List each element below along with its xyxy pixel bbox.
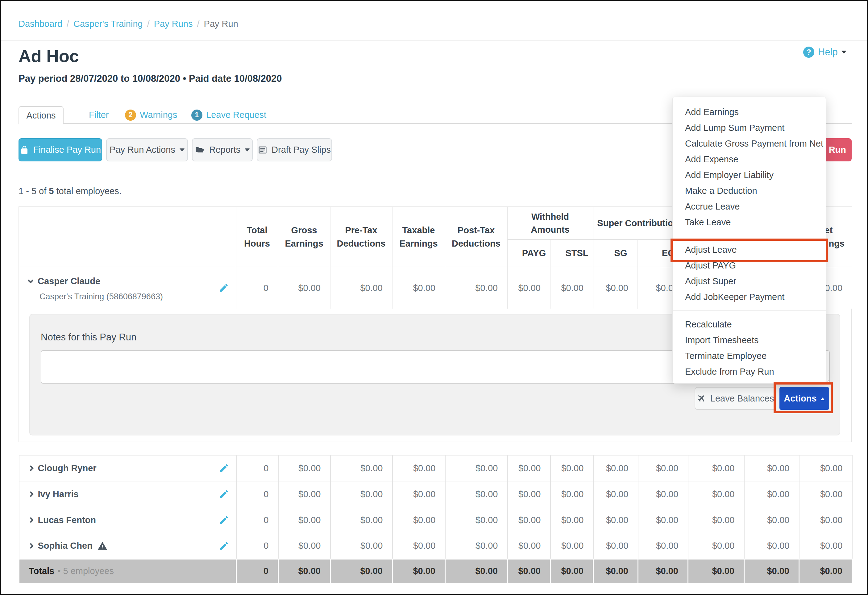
breadcrumb: Dashboard / Casper's Training / Pay Runs… — [19, 19, 238, 29]
breadcrumb-dashboard[interactable]: Dashboard — [19, 19, 62, 29]
cell-payg: $0.00 — [508, 533, 551, 559]
header-taxable-earnings: Taxable Earnings — [392, 207, 445, 267]
menu-item-import-timesheets[interactable]: Import Timesheets — [673, 332, 826, 348]
tab-leave-request[interactable]: 1 Leave Request — [191, 106, 266, 124]
leave-balances-button[interactable]: Leave Balances — [695, 387, 776, 410]
cell-gross-earnings: $0.00 — [278, 533, 331, 559]
menu-divider — [673, 310, 826, 311]
cell-total-hours: 0 — [236, 507, 278, 533]
menu-item-add-earnings[interactable]: Add Earnings — [673, 104, 826, 120]
header-total-hours: Total Hours — [236, 207, 278, 267]
header-post-tax-deductions: Post-Tax Deductions — [445, 207, 507, 267]
cell-net-earnings: $0.00 — [799, 455, 852, 481]
cell-hidden-col-1: $0.00 — [688, 533, 744, 559]
chevron-right-icon[interactable] — [28, 491, 34, 497]
cell-ec: $0.00 — [638, 455, 688, 481]
totals-payg: $0.00 — [508, 559, 551, 583]
employee-count-summary: 1 - 5 of 5 total employees. — [19, 186, 122, 196]
header-divider — [1, 40, 867, 41]
breadcrumb-current: Pay Run — [204, 19, 238, 29]
chevron-right-icon[interactable] — [28, 543, 34, 549]
totals-sg: $0.00 — [593, 559, 638, 583]
employee-name[interactable]: Ivy Harris — [38, 489, 79, 499]
chevron-down-icon[interactable] — [28, 278, 34, 283]
menu-item-accrue-leave[interactable]: Accrue Leave — [673, 199, 826, 214]
finalise-pay-run-button[interactable]: Finalise Pay Run — [19, 138, 102, 161]
tab-actions[interactable]: Actions — [19, 106, 63, 124]
employee-name[interactable]: Casper Claude — [38, 276, 100, 286]
reports-label: Reports — [209, 145, 241, 155]
menu-item-terminate-employee[interactable]: Terminate Employee — [673, 348, 826, 364]
menu-item-add-employer-liability[interactable]: Add Employer Liability — [673, 167, 826, 183]
menu-item-adjust-super[interactable]: Adjust Super — [673, 273, 826, 289]
header-group-withheld-amounts: Withheld Amounts — [507, 207, 593, 239]
totals-employee-count: • 5 employees — [58, 566, 114, 576]
chevron-up-icon — [821, 395, 825, 400]
tab-warnings-label: Warnings — [140, 110, 177, 120]
header-sg: SG — [593, 239, 638, 267]
chevron-down-icon — [841, 51, 846, 56]
draft-pay-slips-button[interactable]: Draft Pay Slips — [257, 138, 332, 161]
cell-ec: $0.00 — [638, 533, 688, 559]
employee-name[interactable]: Clough Ryner — [38, 463, 97, 473]
breadcrumb-business[interactable]: Casper's Training — [74, 19, 143, 29]
employee-cell: Clough Ryner — [19, 455, 236, 481]
help-menu[interactable]: Help — [803, 47, 846, 58]
edit-pencil-icon[interactable] — [218, 283, 229, 293]
cell-payg: $0.00 — [508, 455, 551, 481]
breadcrumb-pay-runs[interactable]: Pay Runs — [154, 19, 193, 29]
cell-sg: $0.00 — [593, 481, 638, 507]
edit-pencil-icon[interactable] — [219, 515, 229, 525]
menu-item-adjust-payg[interactable]: Adjust PAYG — [673, 258, 826, 273]
cell-sg: $0.00 — [593, 267, 638, 309]
header-gross-earnings: Gross Earnings — [278, 207, 330, 267]
edit-pencil-icon[interactable] — [219, 541, 229, 551]
tab-filter[interactable]: Filter — [89, 106, 109, 124]
cell-hidden-col-1: $0.00 — [688, 481, 744, 507]
menu-item-exclude-from-pay-run[interactable]: Exclude from Pay Run — [673, 364, 826, 379]
chevron-right-icon[interactable] — [28, 465, 34, 471]
edit-pencil-icon[interactable] — [219, 463, 229, 473]
header-payg: PAYG — [507, 239, 550, 267]
help-icon — [803, 47, 814, 58]
pay-run-actions-button[interactable]: Pay Run Actions — [106, 138, 188, 161]
menu-item-recalculate[interactable]: Recalculate — [673, 317, 826, 332]
menu-item-take-leave[interactable]: Take Leave — [673, 214, 826, 230]
employee-name[interactable]: Sophia Chen — [38, 541, 93, 551]
totals-stsl: $0.00 — [551, 559, 593, 583]
employee-name[interactable]: Lucas Fenton — [38, 515, 96, 525]
edit-pencil-icon[interactable] — [219, 489, 229, 499]
pay-run-table-rows: Clough Ryner0$0.00$0.00$0.00$0.00$0.00$0… — [19, 455, 853, 583]
cell-total-hours: 0 — [236, 267, 278, 309]
actions-label: Actions — [784, 393, 816, 404]
payslip-icon — [258, 145, 267, 155]
draft-pay-slips-label: Draft Pay Slips — [272, 145, 331, 155]
actions-dropdown-menu: Add EarningsAdd Lump Sum PaymentCalculat… — [672, 97, 826, 384]
leave-balances-label: Leave Balances — [710, 393, 774, 404]
cell-gross-earnings: $0.00 — [278, 481, 331, 507]
plane-icon — [695, 392, 708, 405]
totals-label-cell: Totals• 5 employees — [19, 559, 236, 583]
cell-gross-earnings: $0.00 — [278, 267, 330, 309]
menu-item-adjust-leave[interactable]: Adjust Leave — [673, 242, 826, 258]
tab-warnings[interactable]: 2 Warnings — [125, 106, 177, 124]
actions-button[interactable]: Actions — [779, 387, 829, 410]
menu-item-add-expense[interactable]: Add Expense — [673, 152, 826, 167]
menu-item-calculate-gross-payment-from-net[interactable]: Calculate Gross Payment from Net — [673, 136, 826, 152]
totals-post-tax-deductions: $0.00 — [445, 559, 508, 583]
employee-cell: Sophia Chen — [19, 533, 236, 559]
cell-pre-tax-deductions: $0.00 — [331, 481, 393, 507]
menu-item-make-a-deduction[interactable]: Make a Deduction — [673, 183, 826, 199]
menu-item-add-lump-sum-payment[interactable]: Add Lump Sum Payment — [673, 120, 826, 136]
chevron-down-icon — [245, 148, 249, 154]
employee-cell: Casper ClaudeCasper's Training (58606879… — [19, 267, 236, 309]
cell-post-tax-deductions: $0.00 — [445, 481, 508, 507]
menu-item-add-jobkeeper-payment[interactable]: Add JobKeeper Payment — [673, 289, 826, 305]
reports-button[interactable]: Reports — [192, 138, 253, 161]
cell-total-hours: 0 — [236, 533, 278, 559]
header-stsl: STSL — [550, 239, 593, 267]
cell-stsl: $0.00 — [551, 533, 593, 559]
chevron-right-icon[interactable] — [28, 517, 34, 523]
totals-hidden-col-2: $0.00 — [744, 559, 799, 583]
page-title: Ad Hoc — [19, 46, 79, 66]
